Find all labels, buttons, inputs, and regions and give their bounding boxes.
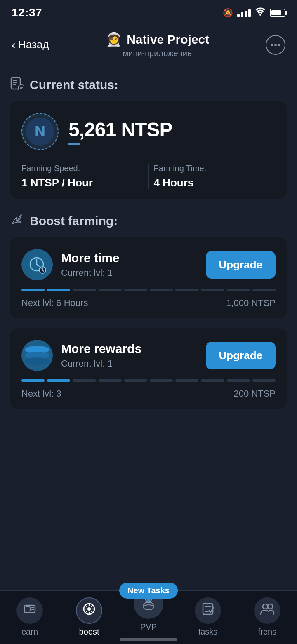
status-time: 12:37: [12, 6, 42, 19]
more-rewards-name: More rewards: [61, 342, 141, 356]
farming-speed-label: Farming Speed:: [21, 164, 144, 173]
svg-line-8: [37, 264, 40, 267]
farming-stats: Farming Speed: 1 NTSP / Hour Farming Tim…: [21, 164, 276, 189]
earn-icon-circle: [16, 597, 43, 624]
status-icons: 🔕: [223, 7, 285, 18]
ntsp-balance: 5,261 NTSP: [68, 119, 172, 141]
current-status-title: Current status:: [30, 78, 118, 92]
more-rewards-boost-top: More rewards Current lvl: 1 Upgrade: [21, 340, 276, 371]
ntsp-logo-inner: N: [26, 118, 54, 146]
boost-farming-header: Boost farming:: [10, 212, 287, 229]
rewards-progress-empty-5: [175, 379, 198, 382]
status-card: N 5,261 NTSP Farming Speed: 1 NTSP / Hou…: [10, 101, 287, 199]
more-rewards-icon: [21, 340, 53, 371]
nav-item-tasks[interactable]: tasks: [187, 597, 229, 637]
app-subtitle: мини-приложение: [123, 49, 192, 58]
more-rewards-cost: 200 NTSP: [234, 388, 276, 399]
current-status-icon: [10, 76, 24, 93]
more-rewards-progress: [21, 379, 276, 382]
wifi-icon: [255, 7, 266, 18]
new-tasks-badge: New Tasks: [119, 583, 178, 599]
ntsp-n-letter: N: [35, 123, 45, 140]
svg-point-33: [268, 604, 273, 609]
home-indicator: [120, 638, 177, 641]
more-rewards-footer: Next lvl: 3 200 NTSP: [21, 388, 276, 399]
svg-line-25: [86, 611, 87, 613]
svg-point-2: [18, 85, 24, 90]
svg-point-32: [263, 604, 268, 609]
svg-point-17: [87, 607, 91, 611]
rewards-progress-empty-3: [124, 379, 147, 382]
boost-icon-circle: [76, 597, 102, 624]
earn-label: earn: [21, 627, 38, 637]
rewards-progress-empty-8: [252, 379, 276, 382]
back-button[interactable]: ‹ Назад: [12, 38, 49, 51]
more-time-name: More time: [61, 251, 120, 265]
more-rewards-boost-left: More rewards Current lvl: 1: [21, 340, 141, 371]
svg-line-23: [92, 611, 93, 613]
svg-rect-13: [26, 607, 30, 611]
nav-item-boost[interactable]: boost: [68, 597, 110, 637]
header-title-row: 🧑‍🚀 Native Project: [105, 31, 209, 48]
mute-icon: 🔕: [223, 8, 233, 18]
rewards-progress-filled-2: [47, 379, 70, 382]
progress-segment-filled-2: [47, 289, 70, 291]
more-time-footer: Next lvl: 6 Hours 1,000 NTSP: [21, 298, 276, 308]
app-header: ‹ Назад 🧑‍🚀 Native Project мини-приложен…: [0, 23, 297, 65]
nav-item-earn[interactable]: earn: [9, 597, 50, 637]
more-time-boost-left: More time Current lvl: 1: [21, 249, 120, 280]
boost-farming-title: Boost farming:: [30, 214, 118, 228]
pvp-label: PVP: [140, 622, 157, 632]
rewards-progress-empty-7: [227, 379, 250, 382]
header-center: 🧑‍🚀 Native Project мини-приложение: [105, 31, 209, 58]
farming-speed-value: 1 NTSP / Hour: [21, 176, 144, 189]
more-time-icon: [21, 249, 53, 280]
svg-point-27: [144, 605, 153, 610]
frens-icon-circle: [254, 597, 280, 624]
more-time-level: Current lvl: 1: [61, 268, 120, 278]
battery-icon: [270, 9, 285, 17]
farming-time-stat: Farming Time: 4 Hours: [149, 164, 276, 189]
svg-point-0: [259, 14, 261, 16]
more-rewards-upgrade-button[interactable]: Upgrade: [206, 342, 276, 369]
rewards-progress-empty-4: [150, 379, 173, 382]
more-time-upgrade-button[interactable]: Upgrade: [206, 251, 276, 279]
nav-items-container: earn: [0, 597, 297, 637]
farming-time-label: Farming Time:: [154, 164, 276, 173]
progress-segment-empty-5: [175, 289, 198, 291]
stack-coins-icon: [25, 346, 50, 365]
tasks-icon: [201, 602, 215, 619]
progress-segment-empty-6: [201, 289, 224, 291]
frens-icon: [260, 602, 275, 619]
progress-segment-empty-1: [73, 289, 96, 291]
more-rewards-level: Current lvl: 1: [61, 358, 141, 369]
progress-segment-filled-1: [21, 289, 45, 291]
nav-item-pvp[interactable]: New Tasks PVP: [128, 597, 169, 632]
more-time-info: More time Current lvl: 1: [61, 251, 120, 278]
progress-segment-empty-3: [124, 289, 147, 291]
back-label: Назад: [18, 38, 49, 51]
app-icon: 🧑‍🚀: [105, 31, 123, 48]
nav-item-frens[interactable]: frens: [247, 597, 288, 637]
progress-segment-empty-2: [99, 289, 122, 291]
signal-bars: [237, 8, 251, 17]
bottom-navigation: earn: [0, 590, 297, 644]
boost-nav-icon: [82, 602, 96, 619]
progress-segment-empty-4: [150, 289, 173, 291]
farming-time-value: 4 Hours: [154, 176, 276, 189]
frens-label: frens: [258, 627, 276, 637]
progress-segment-empty-7: [227, 289, 250, 291]
rewards-progress-empty-6: [201, 379, 224, 382]
farming-speed-stat: Farming Speed: 1 NTSP / Hour: [21, 164, 149, 189]
ntsp-dash: [68, 143, 80, 145]
status-divider: [21, 157, 276, 157]
tasks-label: tasks: [198, 627, 218, 637]
ntsp-balance-container: 5,261 NTSP: [68, 118, 172, 145]
header-menu-button[interactable]: •••: [266, 35, 285, 55]
current-status-header: Current status:: [10, 76, 287, 93]
more-rewards-boost-card: More rewards Current lvl: 1 Upgrade Next…: [10, 328, 287, 409]
back-chevron-icon: ‹: [12, 39, 16, 51]
boost-label: boost: [79, 627, 99, 637]
app-name: Native Project: [127, 33, 209, 47]
more-time-boost-top: More time Current lvl: 1 Upgrade: [21, 249, 276, 280]
